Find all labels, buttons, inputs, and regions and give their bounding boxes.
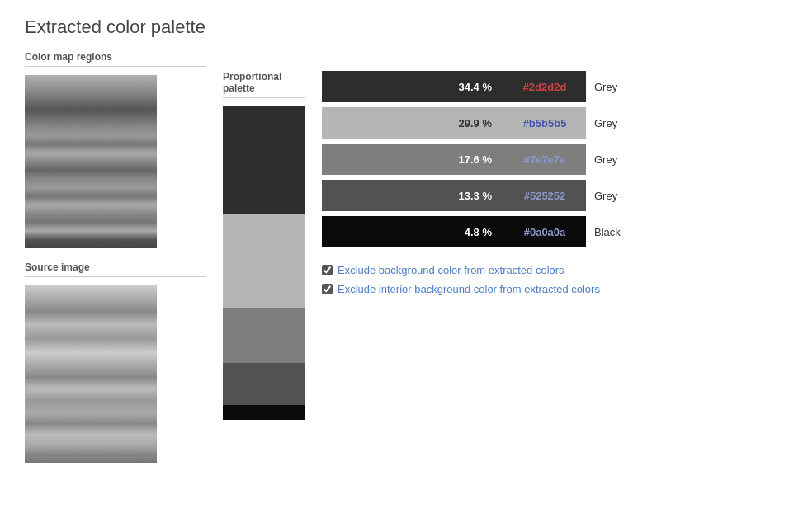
colormap-image-content — [25, 75, 157, 248]
checkbox-row-0: Exclude background color from extracted … — [322, 264, 778, 276]
palette-hex-3: #525252 — [503, 180, 586, 211]
palette-hex-2: #7e7e7e — [503, 144, 586, 175]
checkbox-label-0: Exclude background color from extracted … — [338, 264, 564, 276]
main-layout: Color map regions Source image Proportio… — [25, 51, 778, 463]
colormap-image — [25, 75, 157, 248]
checkbox-1[interactable] — [322, 284, 333, 294]
palette-pct-2: 17.6 % — [459, 153, 497, 166]
prop-bar-segment-4 — [223, 405, 305, 420]
palette-name-2: Grey — [586, 153, 627, 166]
palette-row-4: 4.8 %#0a0a0aBlack — [322, 216, 778, 247]
prop-bar-segment-2 — [223, 308, 305, 363]
palette-hex-4: #0a0a0a — [503, 216, 586, 247]
palette-pct-3: 13.3 % — [459, 190, 497, 202]
palette-name-1: Grey — [586, 117, 627, 129]
source-image — [25, 285, 157, 463]
middle-panel: Proportional palette — [223, 51, 305, 420]
checkbox-label-1: Exclude interior background color from e… — [338, 283, 600, 295]
palette-pct-4: 4.8 % — [465, 226, 497, 238]
palette-swatch-1: 29.9 % — [322, 107, 503, 139]
prop-bar-segment-1 — [223, 214, 305, 308]
palette-row-0: 34.4 %#2d2d2dGrey — [322, 71, 778, 102]
palette-row-2: 17.6 %#7e7e7eGrey — [322, 144, 778, 175]
palette-pct-0: 34.4 % — [459, 81, 497, 93]
checkbox-row-1: Exclude interior background color from e… — [322, 283, 778, 295]
checkbox-0[interactable] — [322, 265, 333, 275]
palette-swatch-0: 34.4 % — [322, 71, 503, 102]
palette-row-3: 13.3 %#525252Grey — [322, 180, 778, 211]
palette-swatch-4: 4.8 % — [322, 216, 503, 247]
colormap-label: Color map regions — [25, 51, 206, 67]
prop-bar-segment-0 — [223, 106, 305, 214]
palette-pct-1: 29.9 % — [459, 117, 497, 129]
checkboxes: Exclude background color from extracted … — [322, 264, 778, 295]
prop-bar-segment-3 — [223, 363, 305, 405]
palette-hex-0: #2d2d2d — [503, 71, 586, 102]
palette-row-1: 29.9 %#b5b5b5Grey — [322, 107, 778, 139]
page-title: Extracted color palette — [25, 16, 778, 38]
source-label: Source image — [25, 261, 206, 277]
proportional-bar — [223, 106, 305, 420]
left-panel: Color map regions Source image — [25, 51, 206, 463]
palette-name-0: Grey — [586, 81, 627, 93]
right-panel: 34.4 %#2d2d2dGrey29.9 %#b5b5b5Grey17.6 %… — [322, 51, 778, 302]
source-image-content — [25, 285, 157, 463]
source-section: Source image — [25, 261, 206, 463]
palette-swatch-3: 13.3 % — [322, 180, 503, 211]
proportional-label: Proportional palette — [223, 71, 305, 98]
palette-hex-1: #b5b5b5 — [503, 107, 586, 139]
palette-swatch-2: 17.6 % — [322, 144, 503, 175]
palette-name-3: Grey — [586, 190, 627, 202]
palette-name-4: Black — [586, 226, 627, 238]
palette-rows: 34.4 %#2d2d2dGrey29.9 %#b5b5b5Grey17.6 %… — [322, 71, 778, 247]
